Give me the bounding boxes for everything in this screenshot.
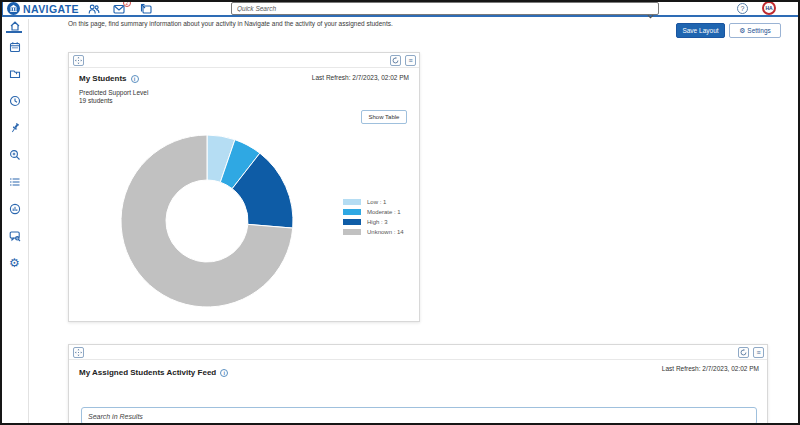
feed-search-box[interactable] [81,407,757,425]
legend-label: Moderate : 1 [367,209,401,215]
chart-legend: Low : 1Moderate : 1High : 3Unknown : 14 [343,197,404,237]
quick-search[interactable] [231,2,659,15]
main-content: On this page, find summary information a… [30,19,800,425]
sidebar-item-lists[interactable] [0,168,29,195]
legend-item-unknown[interactable]: Unknown : 14 [343,227,404,237]
save-layout-button[interactable]: Save Layout [676,23,725,38]
refresh-widget-button[interactable] [390,55,401,66]
legend-swatch [343,209,361,215]
unread-count-badge: 2 [123,0,131,7]
sidebar-item-folder[interactable] [0,60,29,87]
info-icon[interactable]: i [131,75,139,83]
support-level-donut-chart[interactable] [119,133,295,309]
widget-title: My Assigned Students Activity Feedi [79,368,228,377]
search-plus-icon [9,149,21,161]
refresh-icon [740,349,747,356]
settings-button[interactable]: ⚙ Settings [729,23,781,38]
clock-icon [9,95,21,107]
left-accent-strip [0,0,3,17]
chat-search-icon [9,230,21,242]
move-widget-button[interactable] [73,55,84,66]
pushpin-icon [9,122,21,134]
quick-search-input[interactable] [237,3,637,14]
my-students-widget: ≡ My Studentsi Last Refresh: 2/7/2023, 0… [68,52,420,322]
move-icon [75,349,82,356]
sidebar-item-history[interactable] [0,87,29,114]
left-sidebar: ⚙ [0,19,29,425]
messages-icon[interactable]: 2 [113,3,125,15]
sidebar-item-reports[interactable] [0,195,29,222]
calendar-icon [9,41,21,53]
chart-circle-icon [9,203,21,215]
legend-label: Unknown : 14 [367,229,404,235]
info-icon[interactable]: i [220,369,228,377]
students-icon[interactable] [88,3,100,15]
list-icon [9,176,21,188]
quick-links-icon[interactable] [140,3,152,15]
sidebar-item-advanced-search[interactable] [0,141,29,168]
page-description: On this page, find summary information a… [68,20,588,27]
legend-item-moderate[interactable]: Moderate : 1 [343,207,404,217]
chart-subtitle: Predicted Support Level 19 students [79,89,148,105]
move-icon [75,57,82,64]
legend-swatch [343,219,361,225]
legend-label: Low : 1 [367,199,386,205]
user-avatar[interactable]: HA [762,1,776,15]
refresh-widget-button[interactable] [738,347,749,358]
last-refresh-label: Last Refresh: 2/7/2023, 02:02 PM [312,74,409,81]
legend-label: High : 3 [367,219,388,225]
gear-icon: ⚙ [9,257,20,269]
refresh-icon [392,57,399,64]
legend-item-low[interactable]: Low : 1 [343,197,404,207]
sidebar-item-calendar[interactable] [0,33,29,60]
widget-title: My Studentsi [79,74,139,83]
activity-feed-widget: ≡ My Assigned Students Activity Feedi La… [68,344,768,425]
chart-subtitle-line2: 19 students [79,97,148,105]
help-icon[interactable]: ? [737,3,748,14]
chart-subtitle-line1: Predicted Support Level [79,89,148,97]
legend-item-high[interactable]: High : 3 [343,217,404,227]
sidebar-item-pin[interactable] [0,114,29,141]
widget-toolbar: ≡ [69,53,419,68]
legend-swatch [343,229,361,235]
sidebar-item-home[interactable] [0,19,29,33]
sidebar-item-conversations[interactable] [0,222,29,249]
navigate-logo-icon[interactable] [7,2,20,15]
sidebar-item-settings[interactable]: ⚙ [0,249,29,276]
folder-icon [9,68,21,80]
last-refresh-label: Last Refresh: 2/7/2023, 02:02 PM [662,365,759,372]
brand-name: NAVIGATE [23,3,79,15]
show-table-button[interactable]: Show Table [361,110,407,124]
settings-button-label: Settings [747,27,771,34]
widget-menu-button[interactable]: ≡ [753,347,764,358]
feed-search-input[interactable] [88,410,738,423]
legend-swatch [343,199,361,205]
gear-icon: ⚙ [739,27,745,34]
widget-toolbar: ≡ [69,345,767,360]
top-navigation-bar: NAVIGATE 2 ? HA [0,0,800,17]
chevron-down-icon[interactable] [647,6,654,13]
move-widget-button[interactable] [73,347,84,358]
widget-menu-button[interactable]: ≡ [405,55,416,66]
